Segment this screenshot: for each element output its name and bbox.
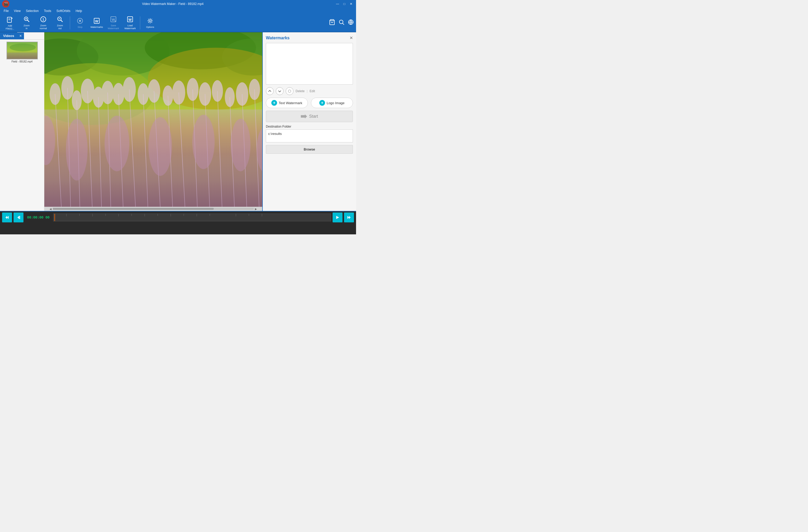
start-button[interactable]: Start: [266, 111, 353, 122]
zoom-normal-icon: 1: [40, 16, 47, 24]
prev-frame-button[interactable]: [14, 212, 23, 222]
zoom-out-label: Zoom out: [57, 24, 63, 30]
video-canvas: [44, 32, 262, 207]
scroll-thumb[interactable]: [53, 208, 214, 210]
toolbar-separator-1: [70, 16, 70, 30]
destination-folder-input[interactable]: c:\results: [266, 129, 353, 142]
svg-marker-106: [347, 216, 349, 219]
load-watermark-button[interactable]: W Load Watermark: [122, 15, 138, 31]
play-button[interactable]: [333, 212, 343, 222]
timeline-right-controls: [333, 212, 354, 222]
menu-view[interactable]: View: [11, 8, 23, 13]
load-watermark-icon: W: [127, 16, 133, 24]
start-arrow-icon: [301, 114, 307, 118]
video-preview-image: [6, 42, 38, 59]
move-down-button[interactable]: [276, 87, 283, 95]
options-label: Options: [146, 26, 154, 28]
scroll-right-arrow[interactable]: ▶: [255, 208, 257, 210]
menu-tools[interactable]: Tools: [41, 8, 54, 13]
toolbar-separator-2: [140, 16, 140, 30]
svg-point-26: [339, 20, 343, 24]
add-text-icon: +: [271, 100, 277, 106]
rewind-button[interactable]: [2, 212, 12, 222]
scroll-track: [53, 208, 254, 210]
stop-button[interactable]: Stop: [72, 15, 88, 31]
watermarks-close-button[interactable]: ✕: [350, 35, 353, 40]
move-up-button[interactable]: [266, 87, 274, 95]
svg-line-6: [27, 20, 29, 22]
controls-separator: |: [307, 89, 308, 93]
window-controls: — □ ✕: [335, 1, 354, 7]
window-title: Video Watermark Maker - Field - 89182.mp…: [11, 2, 335, 6]
title-bar: 🎬 Video Watermark Maker - Field - 89182.…: [0, 0, 356, 8]
main-area: Videos ✕: [0, 32, 356, 211]
svg-marker-107: [349, 216, 351, 219]
menu-softorbits[interactable]: SoftOrbits: [54, 8, 73, 13]
delete-button[interactable]: Delete: [296, 89, 305, 93]
save-watermark-label: Save Watermark: [108, 24, 119, 30]
add-files-icon: [6, 16, 14, 24]
videos-tab: Videos ✕: [0, 32, 44, 40]
add-text-label: Text Watermark: [279, 101, 302, 105]
maximize-button[interactable]: □: [342, 1, 347, 7]
videos-tab-close[interactable]: ✕: [17, 33, 24, 39]
save-watermark-icon: W: [110, 16, 117, 24]
add-logo-image-button[interactable]: + Logo Image: [311, 98, 353, 108]
zoom-in-button[interactable]: Zoom in: [19, 15, 34, 31]
svg-point-84: [288, 90, 291, 92]
watermarks-controls: Delete | Edit: [266, 87, 353, 95]
watermarks-label: Watermarks: [90, 26, 103, 28]
watermarks-list: [266, 43, 353, 84]
options-button[interactable]: Options: [142, 15, 158, 31]
svg-point-24: [149, 20, 151, 22]
zoom-out-icon: [57, 16, 63, 24]
fast-forward-button[interactable]: [344, 212, 354, 222]
save-watermark-button[interactable]: W Save Watermark: [106, 15, 121, 31]
svg-marker-86: [7, 216, 8, 219]
svg-text:W: W: [95, 19, 98, 23]
left-panel: Videos ✕: [0, 32, 44, 211]
menu-help[interactable]: Help: [73, 8, 85, 13]
add-text-watermark-button[interactable]: + Text Watermark: [266, 98, 308, 108]
visibility-button[interactable]: [286, 87, 293, 95]
minimize-button[interactable]: —: [335, 1, 341, 7]
toolbar-right: [329, 19, 354, 27]
timecode-display: 00:00:00 00: [27, 215, 50, 219]
zoom-normal-label: Zoom normal: [40, 24, 47, 30]
add-files-button[interactable]: Add File(s)...: [2, 15, 18, 31]
close-button[interactable]: ✕: [348, 1, 354, 7]
video-thumbnail[interactable]: Field - 89182.mp4: [6, 42, 38, 63]
add-logo-label: Logo Image: [327, 101, 345, 105]
scrollbar-horizontal[interactable]: ◀ ▶: [44, 207, 262, 211]
svg-line-27: [343, 23, 344, 25]
stop-label: Stop: [78, 26, 82, 28]
right-panel: Watermarks ✕ Delete | Edit + Text Waterm…: [262, 32, 356, 211]
cart-icon[interactable]: [329, 19, 335, 27]
video-file-name: Field - 89182.mp4: [6, 60, 38, 63]
zoom-out-button[interactable]: Zoom out: [52, 15, 68, 31]
zoom-in-label: Zoom in: [23, 24, 30, 30]
destination-folder-label: Destination Folder: [266, 125, 353, 128]
stop-icon: [77, 17, 84, 25]
destination-folder-section: Destination Folder c:\results: [266, 125, 353, 142]
zoom-normal-button[interactable]: 1 Zoom normal: [35, 15, 51, 31]
watermarks-button[interactable]: W Watermarks: [89, 15, 105, 31]
edit-button[interactable]: Edit: [310, 89, 315, 93]
svg-marker-85: [5, 216, 7, 219]
svg-marker-87: [17, 216, 19, 219]
globe-icon[interactable]: [348, 19, 354, 27]
timeline-ruler[interactable]: [53, 213, 331, 221]
options-icon: [147, 17, 153, 25]
add-files-label: Add File(s)...: [6, 24, 14, 30]
svg-text:1: 1: [42, 18, 44, 21]
timeline-controls: 00:00:00 00: [0, 211, 356, 223]
menu-selection[interactable]: Selection: [23, 8, 41, 13]
add-watermark-buttons: + Text Watermark + Logo Image: [266, 98, 353, 108]
app-logo: 🎬: [2, 0, 10, 7]
browse-button[interactable]: Browse: [266, 145, 353, 154]
scroll-left-arrow[interactable]: ◀: [50, 208, 52, 210]
menu-file[interactable]: File: [1, 8, 11, 13]
watermarks-title-text: Watermarks: [266, 36, 290, 40]
search-toolbar-icon[interactable]: [338, 19, 345, 27]
svg-marker-105: [336, 216, 339, 219]
